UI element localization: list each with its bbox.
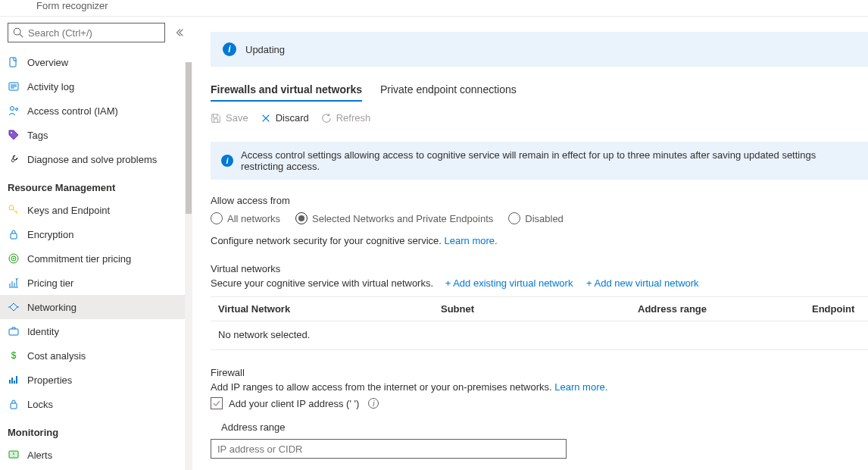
sidebar-scrollbar[interactable] — [185, 62, 192, 470]
configure-text: Configure network security for your cogn… — [211, 235, 445, 246]
discard-icon — [261, 113, 271, 124]
radio-all-networks[interactable]: All networks — [211, 212, 280, 224]
sidebar-item-encryption[interactable]: Encryption — [0, 222, 192, 246]
add-client-ip-checkbox[interactable] — [211, 397, 223, 409]
access-info-banner: i Access control settings allowing acces… — [211, 142, 868, 180]
sidebar-item-label: Tags — [27, 130, 48, 141]
col-virtual-network: Virtual Network — [218, 303, 441, 315]
file-icon — [8, 56, 20, 68]
sidebar-item-label: Activity log — [27, 81, 74, 92]
radio-selected-networks-and-private-endpoints[interactable]: Selected Networks and Private Endpoints — [295, 212, 493, 224]
save-icon — [211, 113, 221, 124]
updating-banner: i Updating — [211, 32, 868, 67]
sidebar-item-label: Networking — [27, 302, 76, 313]
sidebar: OverviewActivity logAccess control (IAM)… — [0, 17, 192, 470]
tabs: Firewalls and virtual networksPrivate en… — [211, 83, 868, 102]
firewall-desc-row: Add IP ranges to allow access from the i… — [211, 381, 868, 393]
search-icon — [13, 27, 23, 38]
ip-address-input[interactable] — [211, 439, 567, 459]
svg-text:$: $ — [11, 350, 17, 361]
bars-icon — [8, 374, 20, 386]
sidebar-item-tags[interactable]: Tags — [0, 123, 192, 147]
learn-more-link[interactable]: Learn more. — [445, 235, 498, 246]
svg-point-5 — [16, 108, 18, 111]
svg-point-6 — [11, 132, 12, 133]
info-icon: i — [223, 42, 236, 56]
vnets-heading: Virtual networks — [211, 263, 868, 274]
sidebar-item-alerts[interactable]: Alerts — [0, 443, 192, 467]
search-input[interactable] — [28, 27, 160, 39]
sidebar-item-overview[interactable]: Overview — [0, 50, 192, 74]
sidebar-item-diagnose-and-solve-problems[interactable]: Diagnose and solve problems — [0, 147, 192, 171]
sidebar-item-label: Encryption — [27, 229, 73, 240]
table-header-row: Virtual Network Subnet Address range End… — [211, 297, 868, 321]
dollar-icon: $ — [8, 349, 20, 362]
svg-rect-2 — [10, 58, 16, 67]
sidebar-item-pricing-tier[interactable]: Pricing tier — [0, 271, 192, 295]
svg-line-1 — [20, 34, 23, 37]
add-client-ip-row: Add your client IP address (' ') i — [211, 397, 868, 409]
sidebar-item-activity-log[interactable]: Activity log — [0, 74, 192, 99]
col-endpoint: Endpoint — [812, 303, 860, 315]
sidebar-item-label: Properties — [27, 374, 72, 386]
vnets-desc: Secure your cognitive service with virtu… — [211, 277, 433, 289]
refresh-label: Refresh — [336, 112, 371, 124]
info-outline-icon[interactable]: i — [368, 398, 379, 409]
updating-text: Updating — [245, 44, 285, 55]
network-icon — [8, 301, 20, 313]
address-range-label: Address range — [221, 421, 868, 433]
add-new-vnet-link[interactable]: Add new virtual network — [586, 277, 699, 289]
radio-circle-icon — [295, 212, 308, 224]
sidebar-item-label: Locks — [27, 399, 53, 410]
firewall-heading: Firewall — [211, 367, 868, 378]
add-existing-vnet-link[interactable]: Add existing virtual network — [445, 277, 573, 289]
save-button[interactable]: Save — [211, 112, 248, 124]
info-icon: i — [221, 155, 233, 167]
svg-rect-8 — [11, 233, 17, 239]
alert-icon — [8, 449, 20, 461]
sidebar-item-keys-and-endpoint[interactable]: Keys and Endpoint — [0, 198, 192, 222]
search-box[interactable] — [8, 23, 165, 42]
refresh-button[interactable]: Refresh — [321, 112, 371, 124]
svg-rect-14 — [11, 403, 17, 409]
sidebar-item-locks[interactable]: Locks — [0, 392, 192, 416]
collapse-sidebar-icon[interactable] — [174, 27, 185, 38]
refresh-icon — [321, 113, 332, 124]
firewall-learn-more-link[interactable]: Learn more. — [554, 381, 607, 393]
save-label: Save — [226, 112, 248, 124]
sidebar-item-label: Alerts — [27, 450, 52, 461]
configure-desc: Configure network security for your cogn… — [211, 235, 868, 246]
tab-private-endpoint-connections[interactable]: Private endpoint connections — [380, 83, 517, 102]
vnets-table: Virtual Network Subnet Address range End… — [211, 296, 868, 350]
radio-label: Selected Networks and Private Endpoints — [312, 213, 493, 224]
sidebar-item-identity[interactable]: Identity — [0, 319, 192, 343]
radio-circle-icon — [508, 212, 520, 224]
col-address-range: Address range — [638, 303, 812, 315]
discard-button[interactable]: Discard — [261, 112, 309, 124]
tab-firewalls-and-virtual-networks[interactable]: Firewalls and virtual networks — [211, 83, 362, 102]
log-icon — [8, 80, 20, 92]
sidebar-item-cost-analysis[interactable]: $Cost analysis — [0, 343, 192, 368]
svg-point-4 — [11, 107, 14, 111]
firewall-desc: Add IP ranges to allow access from the i… — [211, 381, 554, 393]
sidebar-item-label: Pricing tier — [27, 277, 73, 289]
sidebar-item-commitment-tier-pricing[interactable]: Commitment tier pricing — [0, 246, 192, 271]
radio-disabled[interactable]: Disabled — [508, 212, 564, 224]
sidebar-item-networking[interactable]: Networking — [0, 295, 192, 319]
radio-label: Disabled — [525, 213, 564, 224]
nav-group-resource-management: Resource Management — [0, 171, 192, 198]
allow-access-radios: All networksSelected Networks and Privat… — [211, 212, 868, 224]
target-icon — [8, 252, 20, 265]
sidebar-item-label: Identity — [27, 326, 59, 337]
toolbar: Save Discard Refresh — [211, 112, 868, 124]
person-icon — [8, 105, 20, 117]
sidebar-item-properties[interactable]: Properties — [0, 368, 192, 392]
nav-group-monitoring: Monitoring — [0, 416, 192, 443]
allow-access-label: Allow access from — [211, 195, 868, 206]
svg-point-11 — [13, 258, 14, 259]
access-info-text: Access control settings allowing access … — [241, 149, 857, 172]
sidebar-item-label: Access control (IAM) — [27, 105, 118, 117]
lock-icon — [8, 228, 20, 240]
sidebar-item-label: Overview — [27, 57, 68, 68]
sidebar-item-access-control-iam-[interactable]: Access control (IAM) — [0, 99, 192, 123]
